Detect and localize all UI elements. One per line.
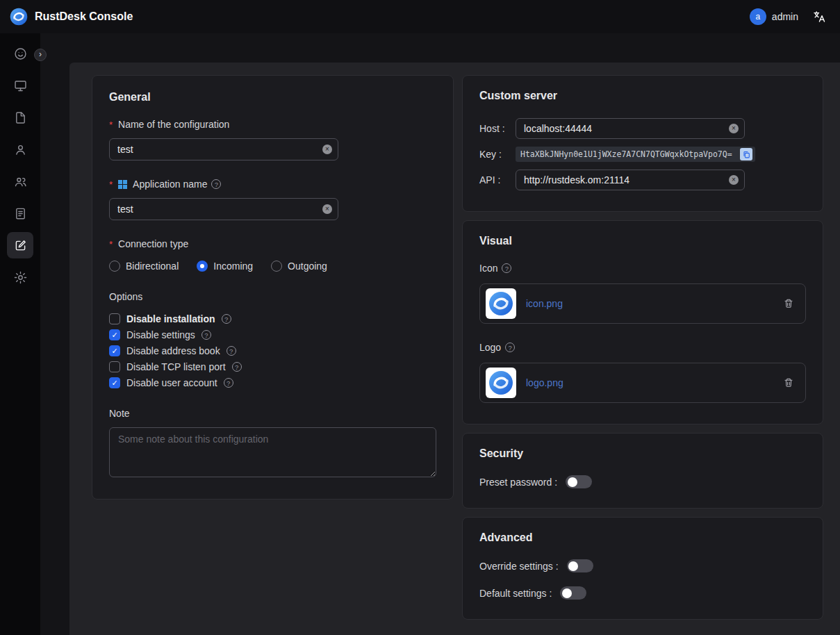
override-settings-label: Override settings :	[479, 561, 559, 572]
radio-incoming[interactable]: Incoming	[197, 261, 253, 272]
config-name-input[interactable]	[109, 138, 338, 160]
help-icon[interactable]	[227, 346, 236, 356]
delete-icon[interactable]	[783, 298, 794, 309]
api-label: API :	[479, 174, 516, 185]
logo-file-box: logo.png	[479, 363, 806, 403]
checkbox-disable-settings[interactable]: Disable settings	[109, 329, 436, 340]
toggle-knob	[568, 477, 577, 487]
copy-icon[interactable]	[740, 148, 752, 160]
logo-file-link[interactable]: logo.png	[526, 377, 563, 388]
sidebar-item-groups[interactable]	[7, 168, 33, 195]
visual-card: Visual Icon	[462, 220, 823, 424]
help-icon[interactable]	[222, 314, 231, 324]
help-icon[interactable]	[211, 179, 221, 189]
clear-icon[interactable]	[322, 145, 332, 154]
general-card: General Name of the configuration Applic…	[92, 75, 454, 500]
main-area: General Name of the configuration Applic…	[40, 33, 840, 635]
custom-server-card: Custom server Host : Key : HtaXBkJNHyn	[462, 75, 823, 212]
icon-label: Icon	[479, 263, 497, 274]
checkbox-icon	[109, 329, 120, 340]
username: admin	[772, 11, 798, 22]
host-input[interactable]	[516, 118, 745, 139]
key-value-box: HtaXBkJNHyn0e1U1jWXze7A7CN7QTGWqxkOtpaVp…	[516, 147, 755, 162]
clear-icon[interactable]	[729, 175, 739, 185]
clear-icon[interactable]	[729, 124, 739, 133]
host-label: Host :	[479, 123, 516, 134]
sidebar-item-devices[interactable]	[7, 72, 33, 99]
preset-password-toggle[interactable]	[566, 475, 592, 488]
checkbox-label: Disable installation	[126, 313, 215, 324]
custom-client-edit-icon	[13, 238, 28, 253]
visual-title: Visual	[479, 235, 806, 247]
sidebar-expand-button[interactable]	[34, 49, 47, 61]
clear-icon[interactable]	[322, 204, 332, 214]
note-label: Note	[109, 408, 436, 419]
checkbox-label: Disable address book	[126, 345, 220, 356]
checkbox-icon	[109, 377, 120, 388]
checkbox-icon	[109, 361, 120, 372]
api-input[interactable]	[516, 170, 745, 190]
sidebar-item-logs[interactable]	[7, 200, 33, 226]
settings-icon	[13, 270, 28, 285]
help-icon[interactable]	[224, 378, 233, 388]
help-icon[interactable]	[505, 343, 515, 352]
avatar: a	[750, 8, 766, 25]
radio-label: Incoming	[213, 261, 253, 272]
toggle-knob	[562, 588, 572, 598]
help-icon[interactable]	[201, 330, 211, 340]
application-name-input[interactable]	[109, 198, 338, 220]
override-settings-toggle[interactable]	[567, 559, 593, 572]
translate-icon[interactable]	[812, 10, 826, 24]
note-textarea[interactable]	[109, 427, 436, 477]
default-settings-label: Default settings :	[479, 588, 552, 599]
radio-dot-icon	[109, 261, 120, 272]
logo-preview	[486, 368, 516, 398]
sidebar-item-user[interactable]	[7, 136, 33, 163]
checkbox-disable-installation[interactable]: Disable installation	[109, 313, 436, 324]
radio-label: Outgoing	[288, 261, 327, 272]
windows-icon	[118, 180, 127, 189]
user-menu[interactable]: a admin	[750, 8, 798, 25]
default-settings-toggle[interactable]	[560, 586, 586, 600]
delete-icon[interactable]	[783, 377, 794, 388]
checkbox-disable-address-book[interactable]: Disable address book	[109, 345, 436, 356]
required-asterisk	[109, 179, 114, 190]
connection-type-label: Connection type	[118, 238, 188, 249]
app-title: RustDesk Console	[35, 10, 133, 23]
security-card: Security Preset password :	[462, 433, 823, 509]
sidebar-item-settings[interactable]	[7, 264, 33, 290]
preset-password-label: Preset password :	[479, 477, 557, 488]
config-name-label: Name of the configuration	[118, 119, 229, 130]
group-icon	[13, 174, 28, 189]
content-panel: General Name of the configuration Applic…	[69, 63, 840, 635]
checkbox-label: Disable settings	[126, 329, 195, 340]
application-name-label: Application name	[133, 179, 207, 190]
toggle-knob	[568, 561, 578, 571]
sidebar	[0, 33, 40, 635]
checkbox-disable-user-account[interactable]: Disable user account	[109, 377, 436, 388]
logo-label: Logo	[479, 342, 501, 353]
options-checkboxes: Disable installation Disable settings Di…	[109, 313, 436, 388]
help-icon[interactable]	[232, 362, 242, 372]
sidebar-item-dashboard[interactable]	[7, 40, 33, 67]
icon-file-link[interactable]: icon.png	[526, 298, 563, 309]
icon-file-box: icon.png	[479, 283, 806, 324]
icon-preview	[486, 288, 516, 319]
sidebar-item-documents[interactable]	[7, 104, 33, 131]
help-icon[interactable]	[502, 263, 511, 273]
options-label: Options	[109, 291, 436, 302]
dashboard-icon	[13, 47, 28, 61]
radio-bidirectional[interactable]: Bidirectional	[109, 261, 179, 272]
checkbox-icon	[109, 345, 120, 356]
radio-outgoing[interactable]: Outgoing	[271, 261, 327, 272]
security-title: Security	[479, 447, 806, 460]
logs-icon	[13, 206, 28, 221]
devices-icon	[13, 79, 28, 93]
advanced-card: Advanced Override settings : Default set…	[462, 517, 823, 620]
checkbox-disable-tcp-listen-port[interactable]: Disable TCP listen port	[109, 361, 436, 372]
sidebar-item-custom-client[interactable]	[7, 232, 33, 258]
advanced-title: Advanced	[479, 531, 806, 544]
checkbox-label: Disable TCP listen port	[126, 361, 226, 372]
radio-dot-icon	[271, 261, 282, 272]
checkbox-icon	[109, 313, 120, 324]
